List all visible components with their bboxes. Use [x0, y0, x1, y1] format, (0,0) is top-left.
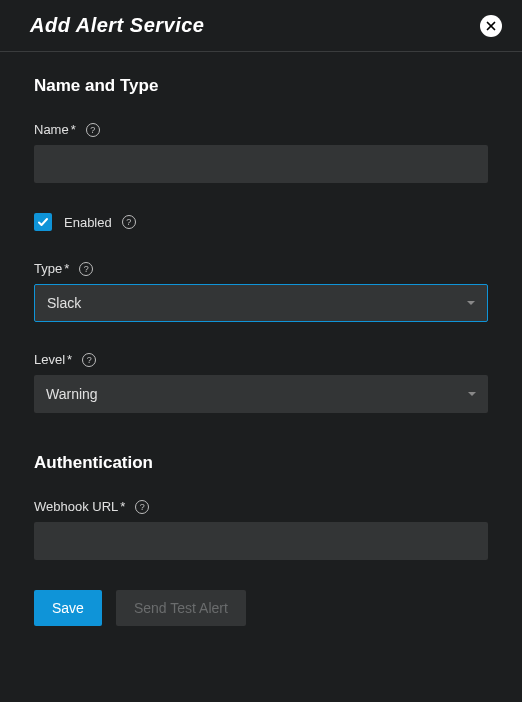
help-icon[interactable]: ? — [82, 353, 96, 367]
type-select[interactable]: Slack — [34, 284, 488, 322]
name-field: Name * ? — [34, 122, 488, 183]
type-field: Type * ? Slack — [34, 261, 488, 322]
dialog-title: Add Alert Service — [30, 14, 205, 37]
authentication-section: Authentication Webhook URL * ? — [34, 453, 488, 560]
webhook-label: Webhook URL * ? — [34, 499, 488, 514]
webhook-field: Webhook URL * ? — [34, 499, 488, 560]
webhook-input[interactable] — [34, 522, 488, 560]
help-icon[interactable]: ? — [122, 215, 136, 229]
chevron-down-icon — [467, 301, 475, 305]
dialog-actions: Save Send Test Alert — [34, 590, 488, 626]
level-label: Level * ? — [34, 352, 488, 367]
help-icon[interactable]: ? — [135, 500, 149, 514]
help-icon[interactable]: ? — [79, 262, 93, 276]
help-icon[interactable]: ? — [86, 123, 100, 137]
close-icon — [484, 19, 498, 33]
section-name-type-title: Name and Type — [34, 76, 488, 96]
name-label: Name * ? — [34, 122, 488, 137]
add-alert-service-dialog: Add Alert Service Name and Type Name * ? — [0, 0, 522, 702]
level-select[interactable]: Warning — [34, 375, 488, 413]
type-label: Type * ? — [34, 261, 488, 276]
check-icon — [37, 216, 49, 228]
chevron-down-icon — [468, 392, 476, 396]
save-button[interactable]: Save — [34, 590, 102, 626]
section-auth-title: Authentication — [34, 453, 488, 473]
enabled-checkbox[interactable] — [34, 213, 52, 231]
send-test-alert-button[interactable]: Send Test Alert — [116, 590, 246, 626]
dialog-header: Add Alert Service — [0, 0, 522, 52]
name-input[interactable] — [34, 145, 488, 183]
dialog-content: Name and Type Name * ? Enabled ? Type * … — [0, 52, 522, 702]
level-field: Level * ? Warning — [34, 352, 488, 413]
enabled-label: Enabled — [64, 215, 112, 230]
enabled-field: Enabled ? — [34, 213, 488, 231]
close-button[interactable] — [480, 15, 502, 37]
